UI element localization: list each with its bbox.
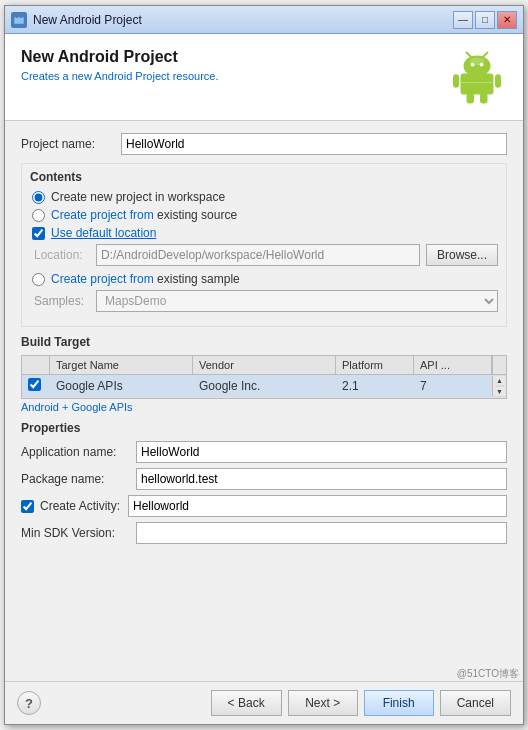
close-button[interactable]: ✕ [497,11,517,29]
create-activity-input[interactable] [128,495,507,517]
app-name-label: Application name: [21,445,136,459]
back-button[interactable]: < Back [211,690,282,716]
radio-new-workspace-row: Create new project in workspace [30,190,498,204]
location-input[interactable] [96,244,420,266]
dialog-title: New Android Project [21,48,437,66]
dialog-footer-wrapper: @51CTO博客 ? < Back Next > Finish Cancel [5,665,523,724]
svg-line-7 [467,53,472,58]
use-default-label: Use default location [51,226,156,240]
scroll-track [495,385,505,387]
package-name-row: Package name: [21,468,507,490]
radio-existing-source[interactable] [32,209,45,222]
title-bar: New Android Project — □ ✕ [5,6,523,34]
radio-existing-source-row: Create project from existing source [30,208,498,222]
location-label: Location: [34,248,96,262]
window-icon [11,12,27,28]
min-sdk-input[interactable] [136,522,507,544]
header-text: New Android Project Creates a new Androi… [21,48,437,82]
samples-row: Samples: MapsDemo [30,290,498,312]
project-name-input[interactable] [121,133,507,155]
app-name-row: Application name: [21,441,507,463]
radio-new-workspace-label: Create new project in workspace [51,190,225,204]
maximize-button[interactable]: □ [475,11,495,29]
radio-existing-source-label: Create project from existing source [51,208,237,222]
create-activity-row: Create Activity: [21,495,507,517]
contents-section: Contents Create new project in workspace… [21,163,507,327]
svg-rect-2 [20,15,22,18]
use-default-checkbox[interactable] [32,227,45,240]
footer-buttons: < Back Next > Finish Cancel [211,690,511,716]
table-row[interactable]: Google APIs Google Inc. 2.1 7 ▲ ▼ [22,375,506,398]
th-check [22,356,50,374]
browse-button[interactable]: Browse... [426,244,498,266]
scroll-up-arrow[interactable]: ▲ [496,377,503,384]
package-name-label: Package name: [21,472,136,486]
samples-label: Samples: [34,294,96,308]
finish-button[interactable]: Finish [364,690,434,716]
title-bar-text: New Android Project [33,13,453,27]
minimize-button[interactable]: — [453,11,473,29]
location-row: Location: Browse... [30,244,498,266]
th-platform: Platform [336,356,414,374]
create-activity-label: Create Activity: [40,499,128,513]
td-platform: 2.1 [336,376,414,396]
scroll-down-arrow[interactable]: ▼ [496,388,503,395]
svg-line-8 [483,53,488,58]
svg-point-14 [470,58,485,66]
app-name-input[interactable] [136,441,507,463]
window-controls: — □ ✕ [453,11,517,29]
android-logo [447,48,507,108]
package-name-input[interactable] [136,468,507,490]
th-api: API ... [414,356,492,374]
dialog-footer: ? < Back Next > Finish Cancel [5,681,523,724]
next-button[interactable]: Next > [288,690,358,716]
dialog-content: Project name: Contents Create new projec… [5,121,523,665]
min-sdk-row: Min SDK Version: [21,522,507,544]
use-default-location-row: Use default location [30,226,498,240]
th-vendor: Vendor [193,356,336,374]
row-checkbox[interactable] [28,378,41,391]
build-target-section: Build Target Target Name Vendor Platform… [21,335,507,413]
contents-title: Contents [30,170,498,184]
svg-rect-11 [467,93,475,104]
properties-title: Properties [21,421,507,435]
td-check [22,375,50,397]
radio-existing-sample-row: Create project from existing sample [30,272,498,286]
radio-new-workspace[interactable] [32,191,45,204]
min-sdk-label: Min SDK Version: [21,526,136,540]
svg-rect-0 [14,17,24,24]
footer-left: ? [17,691,41,715]
svg-rect-3 [461,74,494,95]
build-target-title: Build Target [21,335,507,349]
samples-select[interactable]: MapsDemo [96,290,498,312]
th-scroll [492,356,506,374]
td-target-name: Google APIs [50,376,193,396]
radio-existing-sample-label: Create project from existing sample [51,272,240,286]
dialog-header: New Android Project Creates a new Androi… [5,34,523,121]
properties-section: Properties Application name: Package nam… [21,421,507,544]
cancel-button[interactable]: Cancel [440,690,511,716]
build-target-footer: Android + Google APIs [21,401,507,413]
scroll-col: ▲ ▼ [492,376,506,396]
help-button[interactable]: ? [17,691,41,715]
svg-rect-9 [453,74,459,88]
svg-rect-1 [16,15,18,18]
build-target-table: Target Name Vendor Platform API ... Goog… [21,355,507,399]
td-api: 7 [414,376,492,396]
main-window: New Android Project — □ ✕ New Android Pr… [4,5,524,725]
watermark: @51CTO博客 [5,665,523,681]
td-vendor: Google Inc. [193,376,336,396]
dialog-subtitle: Creates a new Android Project resource. [21,70,437,82]
svg-rect-10 [495,74,501,88]
project-name-label: Project name: [21,137,121,151]
table-header: Target Name Vendor Platform API ... [22,356,506,375]
svg-rect-12 [480,93,488,104]
create-activity-checkbox[interactable] [21,500,34,513]
radio-existing-sample[interactable] [32,273,45,286]
project-name-row: Project name: [21,133,507,155]
th-target-name: Target Name [50,356,193,374]
